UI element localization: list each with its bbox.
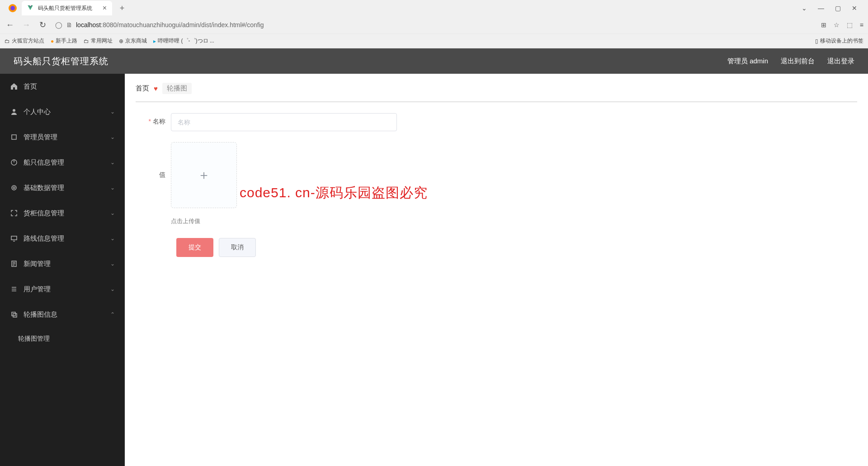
chevron-up-icon: ⌃ bbox=[110, 311, 115, 318]
user-icon bbox=[10, 108, 18, 116]
tab-title: 码头船只货柜管理系统 bbox=[38, 5, 99, 12]
chevron-down-icon[interactable]: ⌄ bbox=[802, 5, 807, 12]
menu-icon[interactable]: ≡ bbox=[860, 21, 863, 29]
browser-chrome: 码头船只货柜管理系统 × + ⌄ — ▢ ✕ ← → ↻ ◯ 🗎 localho… bbox=[0, 0, 868, 48]
chevron-down-icon: ⌄ bbox=[110, 109, 115, 115]
power-icon bbox=[10, 158, 18, 166]
svg-point-2 bbox=[13, 109, 15, 112]
bookmark-bar: 🗀火狐官方站点 ●新手上路 🗀常用网址 ⊕京东商城 ▸哔哩哔哩 (゜-゜)つロ … bbox=[0, 33, 868, 48]
url-bar[interactable]: ◯ 🗎 localhost:8080/matouchuanzhihuogui/a… bbox=[53, 21, 816, 29]
address-bar: ← → ↻ ◯ 🗎 localhost:8080/matouchuanzhihu… bbox=[0, 16, 868, 33]
chevron-down-icon: ⌄ bbox=[110, 210, 115, 216]
sidebar-item-route[interactable]: 路线信息管理 ⌄ bbox=[0, 226, 125, 251]
minimize-icon[interactable]: — bbox=[818, 5, 824, 12]
copy-icon bbox=[10, 310, 18, 319]
bookmark-item[interactable]: ▸哔哩哔哩 (゜-゜)つロ ... bbox=[153, 37, 214, 45]
monitor-icon bbox=[10, 234, 18, 243]
form: *名称 值 ＋ 点击上传值 提交 取消 bbox=[136, 102, 857, 257]
svg-rect-3 bbox=[12, 135, 16, 139]
sidebar-item-home[interactable]: 首页 bbox=[0, 74, 125, 99]
breadcrumb-current[interactable]: 轮播图 bbox=[162, 83, 192, 94]
admin-label[interactable]: 管理员 admin bbox=[727, 57, 768, 66]
plus-icon: ＋ bbox=[198, 166, 210, 184]
chevron-down-icon: ⌄ bbox=[110, 286, 115, 292]
firefox-logo-icon bbox=[7, 3, 18, 14]
svg-rect-10 bbox=[13, 314, 17, 317]
tab-bar: 码头船只货柜管理系统 × + ⌄ — ▢ ✕ bbox=[0, 0, 868, 16]
svg-point-5 bbox=[12, 185, 16, 190]
svg-rect-7 bbox=[11, 236, 17, 240]
sidebar-item-carousel[interactable]: 轮播图信息 ⌃ bbox=[0, 302, 125, 327]
close-icon[interactable]: × bbox=[103, 4, 107, 12]
new-tab-button[interactable]: + bbox=[116, 2, 128, 14]
shield-icon: ◯ bbox=[55, 21, 62, 29]
sidebar-item-container[interactable]: 货柜信息管理 ⌄ bbox=[0, 200, 125, 226]
svg-point-1 bbox=[10, 6, 15, 10]
close-window-icon[interactable]: ✕ bbox=[852, 5, 857, 12]
folder-icon: 🗀 bbox=[84, 38, 89, 44]
firefox-small-icon: ● bbox=[51, 38, 54, 44]
name-label: *名称 bbox=[145, 113, 171, 126]
home-icon bbox=[10, 82, 18, 90]
logout-link[interactable]: 退出登录 bbox=[827, 57, 854, 66]
main-content: 首页 ♥ 轮播图 *名称 值 ＋ 点击上传值 提交 取消 bbox=[125, 74, 868, 466]
app-title: 码头船只货柜管理系统 bbox=[14, 55, 108, 67]
app-header: 码头船只货柜管理系统 管理员 admin 退出到前台 退出登录 bbox=[0, 48, 868, 74]
star-icon[interactable]: ☆ bbox=[834, 21, 840, 29]
upload-hint: 点击上传值 bbox=[171, 217, 237, 225]
extension-icon[interactable]: ⬚ bbox=[847, 21, 853, 29]
sidebar-subitem-carousel-manage[interactable]: 轮播图管理 bbox=[0, 327, 125, 351]
maximize-icon[interactable]: ▢ bbox=[835, 5, 841, 12]
logout-front-link[interactable]: 退出到前台 bbox=[781, 57, 815, 66]
breadcrumb-home[interactable]: 首页 bbox=[136, 84, 149, 93]
svg-rect-9 bbox=[12, 312, 15, 316]
cancel-button[interactable]: 取消 bbox=[219, 238, 256, 257]
vue-icon bbox=[27, 5, 34, 12]
name-input[interactable] bbox=[171, 113, 397, 131]
value-label: 值 bbox=[145, 142, 171, 179]
sidebar-item-users[interactable]: 用户管理 ⌄ bbox=[0, 276, 125, 302]
chevron-down-icon: ⌄ bbox=[110, 159, 115, 166]
globe-icon: ⊕ bbox=[119, 38, 123, 44]
back-button[interactable]: ← bbox=[5, 20, 15, 30]
sidebar-item-ship[interactable]: 船只信息管理 ⌄ bbox=[0, 150, 125, 175]
window-controls: ⌄ — ▢ ✕ bbox=[802, 5, 864, 12]
reload-button[interactable]: ↻ bbox=[37, 20, 48, 30]
sidebar-item-admin[interactable]: 管理员管理 ⌄ bbox=[0, 124, 125, 150]
upload-box[interactable]: ＋ bbox=[171, 142, 237, 208]
url-text: localhost:8080/matouchuanzhihuogui/admin… bbox=[76, 21, 264, 29]
sidebar: 首页 个人中心 ⌄ 管理员管理 ⌄ 船只信息管理 ⌄ 基础数据管理 ⌄ 货柜信息… bbox=[0, 74, 125, 466]
chevron-down-icon: ⌄ bbox=[110, 235, 115, 242]
chevron-down-icon: ⌄ bbox=[110, 134, 115, 140]
fullscreen-icon bbox=[10, 209, 18, 217]
list-icon bbox=[10, 285, 18, 293]
heart-icon: ♥ bbox=[154, 85, 158, 92]
sidebar-item-profile[interactable]: 个人中心 ⌄ bbox=[0, 99, 125, 124]
svg-point-6 bbox=[13, 187, 15, 189]
browser-tab[interactable]: 码头船只货柜管理系统 × bbox=[22, 1, 112, 15]
gear-icon bbox=[10, 184, 18, 192]
mobile-bookmarks[interactable]: ▯移动设备上的书签 bbox=[815, 37, 863, 45]
bilibili-icon: ▸ bbox=[153, 38, 156, 44]
sidebar-item-news[interactable]: 新闻管理 ⌄ bbox=[0, 251, 125, 276]
bookmark-item[interactable]: 🗀常用网址 bbox=[84, 37, 113, 45]
bookmark-item[interactable]: 🗀火狐官方站点 bbox=[5, 37, 44, 45]
mobile-icon: ▯ bbox=[815, 38, 818, 44]
bookmark-item[interactable]: ●新手上路 bbox=[51, 37, 77, 45]
breadcrumb: 首页 ♥ 轮播图 bbox=[136, 83, 857, 102]
chevron-down-icon: ⌄ bbox=[110, 185, 115, 191]
forward-button[interactable]: → bbox=[21, 20, 32, 30]
document-icon bbox=[10, 260, 18, 268]
lock-icon: 🗎 bbox=[66, 21, 72, 29]
sidebar-item-basedata[interactable]: 基础数据管理 ⌄ bbox=[0, 175, 125, 200]
submit-button[interactable]: 提交 bbox=[176, 238, 213, 257]
folder-icon: 🗀 bbox=[5, 38, 10, 44]
crop-icon bbox=[10, 133, 18, 141]
bookmark-item[interactable]: ⊕京东商城 bbox=[119, 37, 147, 45]
chevron-down-icon: ⌄ bbox=[110, 261, 115, 267]
qr-icon[interactable]: ⊞ bbox=[821, 21, 826, 29]
